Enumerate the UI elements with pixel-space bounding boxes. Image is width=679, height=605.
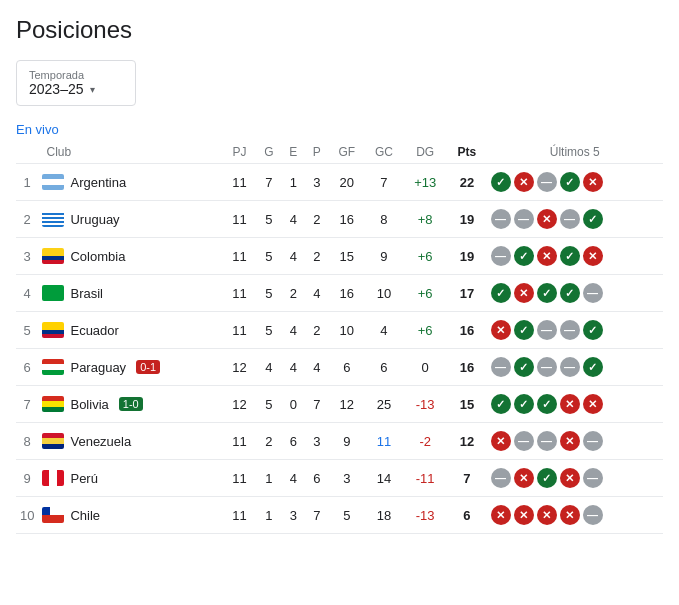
result-circle: ✓ xyxy=(560,283,580,303)
gc-cell: 25 xyxy=(365,386,403,423)
rank-cell: 3 xyxy=(16,238,38,275)
flag-peru xyxy=(42,470,64,486)
club-name: Paraguay xyxy=(70,360,126,375)
dg-cell: -13 xyxy=(403,497,447,534)
result-circle: — xyxy=(491,246,511,266)
table-row: 8 Venezuela 11 2 6 3 9 11 -2 12 ✕——✕— xyxy=(16,423,663,460)
pj-cell: 11 xyxy=(223,164,256,201)
result-circle: ✓ xyxy=(514,246,534,266)
gf-cell: 20 xyxy=(329,164,365,201)
result-circle: — xyxy=(560,357,580,377)
e-cell: 2 xyxy=(282,275,306,312)
g-cell: 5 xyxy=(256,275,281,312)
dg-cell: +6 xyxy=(403,312,447,349)
result-circle: — xyxy=(491,357,511,377)
pj-cell: 12 xyxy=(223,386,256,423)
table-row: 9 Perú 11 1 4 6 3 14 -11 7 —✕✓✕— xyxy=(16,460,663,497)
last5-cell: —✓——✓ xyxy=(487,349,664,386)
club-name: Uruguay xyxy=(70,212,119,227)
club-cell: Uruguay xyxy=(38,201,223,238)
table-row: 10 Chile 11 1 3 7 5 18 -13 6 ✕✕✕✕— xyxy=(16,497,663,534)
pj-cell: 11 xyxy=(223,312,256,349)
g-cell: 7 xyxy=(256,164,281,201)
result-circle: ✓ xyxy=(560,246,580,266)
club-cell: Brasil xyxy=(38,275,223,312)
pts-cell: 7 xyxy=(447,460,486,497)
e-cell: 4 xyxy=(282,238,306,275)
page-title: Posiciones xyxy=(16,16,663,44)
result-circle: — xyxy=(583,505,603,525)
result-circle: ✕ xyxy=(491,431,511,451)
club-name: Argentina xyxy=(70,175,126,190)
club-cell: Colombia xyxy=(38,238,223,275)
p-cell: 7 xyxy=(305,386,329,423)
gf-cell: 15 xyxy=(329,238,365,275)
gc-header: GC xyxy=(365,141,403,164)
p-cell: 2 xyxy=(305,312,329,349)
e-cell: 3 xyxy=(282,497,306,534)
gc-cell: 9 xyxy=(365,238,403,275)
p-cell: 4 xyxy=(305,349,329,386)
result-circle: — xyxy=(537,357,557,377)
p-cell: 2 xyxy=(305,201,329,238)
g-cell: 1 xyxy=(256,497,281,534)
g-cell: 4 xyxy=(256,349,281,386)
club-cell: Argentina xyxy=(38,164,223,201)
pj-cell: 11 xyxy=(223,460,256,497)
result-circle: — xyxy=(514,431,534,451)
last5-cell: ——✕—✓ xyxy=(487,201,664,238)
result-circle: ✓ xyxy=(583,320,603,340)
club-name: Brasil xyxy=(70,286,103,301)
rank-cell: 1 xyxy=(16,164,38,201)
dg-cell: -11 xyxy=(403,460,447,497)
dg-cell: +13 xyxy=(403,164,447,201)
dg-cell: +6 xyxy=(403,238,447,275)
result-circle: — xyxy=(560,320,580,340)
gf-cell: 3 xyxy=(329,460,365,497)
pts-cell: 19 xyxy=(447,201,486,238)
pts-header: Pts xyxy=(447,141,486,164)
g-cell: 2 xyxy=(256,423,281,460)
result-circle: — xyxy=(514,209,534,229)
pj-cell: 12 xyxy=(223,349,256,386)
result-circle: ✕ xyxy=(583,172,603,192)
result-circle: ✕ xyxy=(491,320,511,340)
result-circle: ✓ xyxy=(537,468,557,488)
e-cell: 4 xyxy=(282,312,306,349)
flag-ecuador xyxy=(42,322,64,338)
pj-cell: 11 xyxy=(223,201,256,238)
live-label: En vivo xyxy=(16,122,663,137)
table-row: 2 Uruguay 11 5 4 2 16 8 +8 19 ——✕—✓ xyxy=(16,201,663,238)
p-cell: 7 xyxy=(305,497,329,534)
result-circle: ✕ xyxy=(514,468,534,488)
dg-cell: -13 xyxy=(403,386,447,423)
dg-cell: +6 xyxy=(403,275,447,312)
e-cell: 4 xyxy=(282,349,306,386)
result-circle: ✕ xyxy=(560,505,580,525)
rank-header xyxy=(16,141,38,164)
g-cell: 5 xyxy=(256,312,281,349)
g-header: G xyxy=(256,141,281,164)
rank-cell: 8 xyxy=(16,423,38,460)
dg-cell: -2 xyxy=(403,423,447,460)
result-circle: ✕ xyxy=(491,505,511,525)
table-header-row: Club PJ G E P GF GC DG Pts Últimos 5 xyxy=(16,141,663,164)
last5-header: Últimos 5 xyxy=(487,141,664,164)
club-cell: Perú xyxy=(38,460,223,497)
pts-cell: 12 xyxy=(447,423,486,460)
club-name: Ecuador xyxy=(70,323,118,338)
result-circle: — xyxy=(537,320,557,340)
pts-cell: 16 xyxy=(447,312,486,349)
gf-cell: 5 xyxy=(329,497,365,534)
result-circle: ✕ xyxy=(514,172,534,192)
pj-cell: 11 xyxy=(223,275,256,312)
gf-cell: 16 xyxy=(329,275,365,312)
season-selector[interactable]: Temporada 2023–25 ▾ xyxy=(16,60,136,106)
result-circle: ✕ xyxy=(537,505,557,525)
gf-cell: 6 xyxy=(329,349,365,386)
pts-cell: 17 xyxy=(447,275,486,312)
flag-brasil xyxy=(42,285,64,301)
result-circle: ✓ xyxy=(583,357,603,377)
rank-cell: 7 xyxy=(16,386,38,423)
result-circle: ✓ xyxy=(491,283,511,303)
